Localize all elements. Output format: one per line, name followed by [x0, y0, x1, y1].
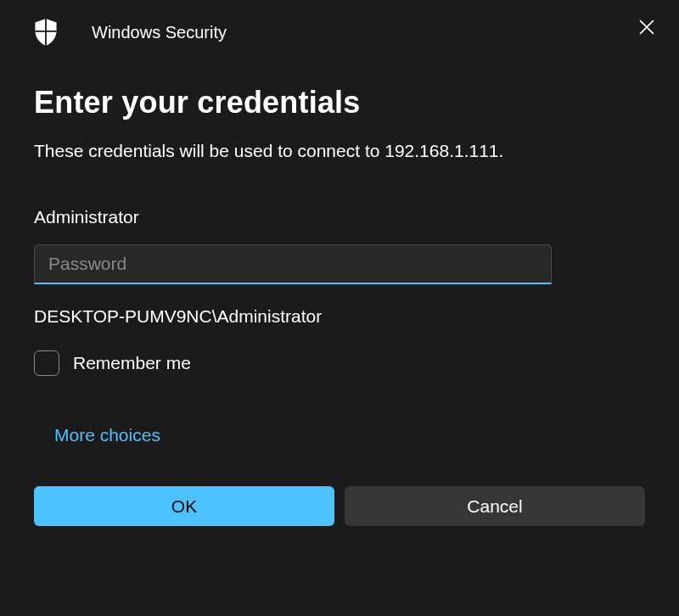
more-choices-link[interactable]: More choices: [54, 425, 160, 445]
dialog-title: Windows Security: [92, 23, 227, 42]
ok-button[interactable]: OK: [34, 486, 334, 526]
button-row: OK Cancel: [34, 486, 645, 526]
page-heading: Enter your credentials: [34, 85, 645, 120]
svg-rect-1: [35, 31, 56, 32]
dialog-content: Enter your credentials These credentials…: [0, 51, 679, 526]
cancel-button[interactable]: Cancel: [345, 486, 645, 526]
password-input[interactable]: [34, 244, 552, 284]
description-text: These credentials will be used to connec…: [34, 141, 645, 161]
remember-row: Remember me: [34, 350, 645, 376]
username-label: Administrator: [34, 207, 645, 227]
remember-checkbox[interactable]: [34, 350, 59, 376]
close-button[interactable]: [633, 14, 660, 41]
domain-user-text: DESKTOP-PUMV9NC\Administrator: [34, 306, 645, 327]
close-icon: [639, 20, 654, 35]
remember-label[interactable]: Remember me: [73, 353, 191, 373]
titlebar: Windows Security: [0, 0, 679, 51]
shield-icon: [34, 19, 58, 46]
svg-rect-0: [45, 19, 47, 46]
